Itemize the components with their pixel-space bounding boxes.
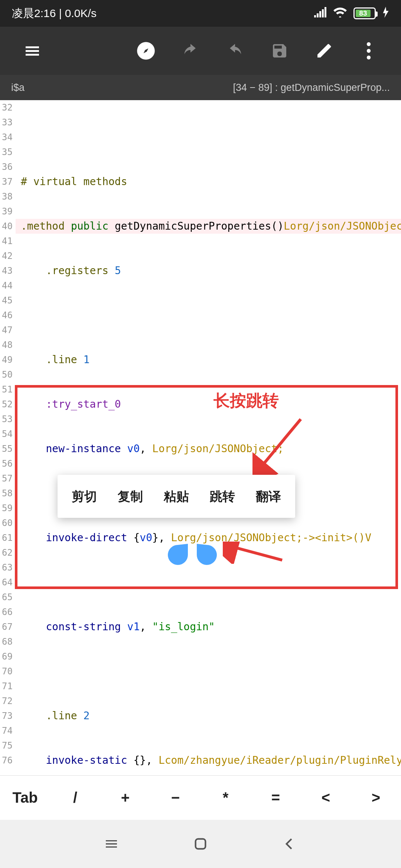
svg-point-3 bbox=[367, 56, 371, 59]
key-eq[interactable]: = bbox=[251, 789, 301, 806]
back-button[interactable] bbox=[271, 833, 308, 855]
svg-rect-6 bbox=[196, 839, 206, 849]
overflow-button[interactable] bbox=[348, 32, 389, 69]
status-bar: 凌晨2:16 | 0.0K/s 83 bbox=[0, 0, 401, 27]
context-menu: 剪切 复制 粘贴 跳转 翻译 bbox=[58, 475, 295, 518]
selection-handle-right[interactable] bbox=[197, 544, 217, 568]
wifi-icon bbox=[333, 7, 347, 20]
status-time: 凌晨2:16 | 0.0K/s bbox=[12, 6, 314, 21]
menu-button[interactable] bbox=[12, 32, 53, 69]
app-toolbar bbox=[0, 27, 401, 75]
home-button[interactable] bbox=[182, 833, 219, 855]
key-minus[interactable]: − bbox=[150, 789, 200, 806]
key-lt[interactable]: < bbox=[301, 789, 351, 806]
key-tab[interactable]: Tab bbox=[0, 789, 50, 806]
context-menu-translate[interactable]: 翻译 bbox=[245, 475, 291, 518]
shortcut-key-row: Tab / + − * = < > bbox=[0, 775, 401, 820]
context-menu-copy[interactable]: 复制 bbox=[107, 475, 153, 518]
status-icons: 83 bbox=[314, 7, 389, 20]
edit-button[interactable] bbox=[304, 32, 345, 69]
key-plus[interactable]: + bbox=[100, 789, 150, 806]
info-row: i$a [34 − 89] : getDynamicSuperProp... bbox=[0, 75, 401, 100]
line-gutter: 3233343536373839404142434445464748495051… bbox=[0, 100, 14, 768]
signal-icon bbox=[314, 7, 327, 20]
battery-icon: 83 bbox=[353, 7, 376, 19]
code-body[interactable]: # virtual methods .method public getDyna… bbox=[0, 100, 401, 775]
redo-button[interactable] bbox=[215, 32, 255, 69]
system-navbar bbox=[0, 820, 401, 868]
key-star[interactable]: * bbox=[200, 789, 251, 806]
key-slash[interactable]: / bbox=[50, 789, 100, 806]
undo-button[interactable] bbox=[170, 32, 211, 69]
code-editor[interactable]: 3233343536373839404142434445464748495051… bbox=[0, 100, 401, 775]
context-menu-jump[interactable]: 跳转 bbox=[199, 475, 245, 518]
recents-button[interactable] bbox=[93, 833, 130, 855]
navigate-button[interactable] bbox=[125, 32, 166, 69]
context-menu-cut[interactable]: 剪切 bbox=[61, 475, 107, 518]
svg-point-1 bbox=[367, 42, 371, 46]
svg-point-2 bbox=[367, 49, 371, 53]
charging-icon bbox=[382, 7, 389, 20]
save-button[interactable] bbox=[259, 32, 300, 69]
annotation-label: 长按跳转 bbox=[213, 393, 279, 408]
context-menu-paste[interactable]: 粘贴 bbox=[153, 475, 199, 518]
key-gt[interactable]: > bbox=[351, 789, 401, 806]
selection-handle-left[interactable] bbox=[168, 544, 188, 568]
range-label: [34 − 89] : getDynamicSuperProp... bbox=[233, 82, 390, 93]
file-label: i$a bbox=[11, 82, 233, 93]
